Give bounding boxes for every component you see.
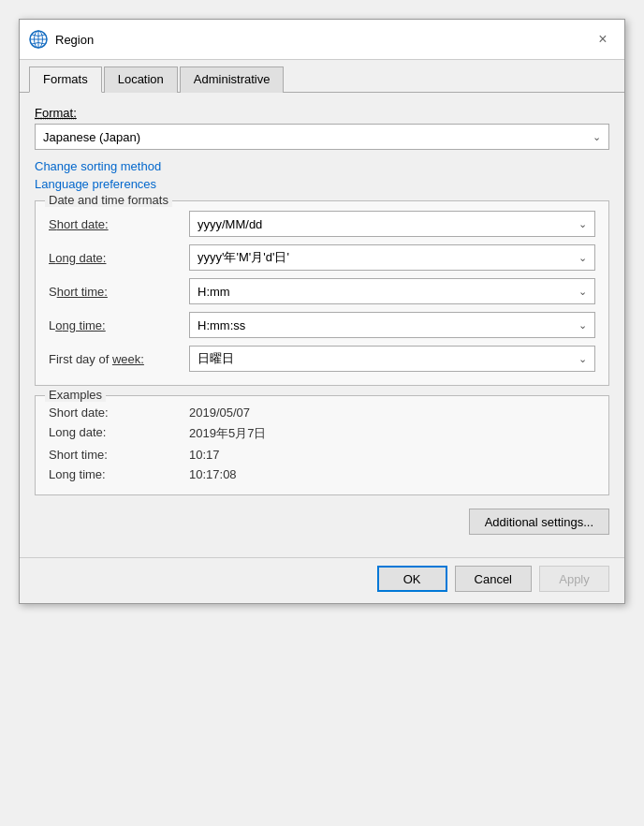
format-dropdown-arrow: ⌄ xyxy=(593,131,601,143)
short-date-underline: S xyxy=(49,217,57,231)
example-long-date-label: Long date: xyxy=(49,425,189,442)
change-sorting-link[interactable]: Change sorting method xyxy=(35,159,609,173)
long-time-value: H:mm:ss xyxy=(198,318,245,332)
first-day-arrow: ⌄ xyxy=(578,353,587,365)
additional-settings-row: Additional settings... xyxy=(35,509,609,548)
example-short-date-value: 2019/05/07 xyxy=(189,406,250,420)
example-short-time-row: Short time: 10:17 xyxy=(49,448,595,462)
short-time-arrow: ⌄ xyxy=(578,286,587,298)
short-time-row: Short time: H:mm ⌄ xyxy=(49,278,595,304)
long-time-label-text: ng time: xyxy=(62,318,105,332)
short-time-value: H:mm xyxy=(198,285,230,299)
date-time-formats-group: Date and time formats Short date: yyyy/M… xyxy=(35,200,609,386)
example-long-time-row: Long time: 10:17:08 xyxy=(49,467,595,481)
date-time-formats-title: Date and time formats xyxy=(45,193,172,207)
first-day-dropdown[interactable]: 日曜日 ⌄ xyxy=(189,346,595,372)
example-long-time-value: 10:17:08 xyxy=(189,467,237,481)
title-bar-left: Region xyxy=(29,30,94,49)
main-content: Format: Japanese (Japan) ⌄ Change sortin… xyxy=(20,93,624,557)
example-short-time-label: Short time: xyxy=(49,448,189,462)
format-selected-value: Japanese (Japan) xyxy=(43,130,140,144)
tab-location[interactable]: Location xyxy=(104,66,178,93)
example-long-date-row: Long date: 2019年5月7日 xyxy=(49,425,595,442)
short-time-underline: h xyxy=(57,285,64,299)
example-short-time-value: 10:17 xyxy=(189,448,220,462)
long-time-row: Long time: H:mm:ss ⌄ xyxy=(49,312,595,338)
examples-title: Examples xyxy=(45,388,106,402)
window-title: Region xyxy=(55,33,94,47)
short-date-value: yyyy/MM/dd xyxy=(198,217,262,231)
examples-group: Examples Short date: 2019/05/07 Long dat… xyxy=(35,395,609,495)
example-long-time-label: Long time: xyxy=(49,467,189,481)
title-bar: Region × xyxy=(20,20,624,60)
short-time-label: Short time: xyxy=(49,285,189,299)
additional-settings-button[interactable]: Additional settings... xyxy=(469,509,609,535)
short-date-label-text: hort date: xyxy=(57,217,109,231)
short-time-dropdown[interactable]: H:mm ⌄ xyxy=(189,278,595,304)
long-date-label: Long date: xyxy=(49,251,189,265)
ok-button[interactable]: OK xyxy=(377,566,447,592)
first-day-underline: w xyxy=(112,352,121,366)
short-date-dropdown[interactable]: yyyy/MM/dd ⌄ xyxy=(189,211,595,237)
first-day-value: 日曜日 xyxy=(198,350,234,367)
close-button[interactable]: × xyxy=(591,27,615,52)
format-label-text: ormat: xyxy=(42,106,77,120)
short-time-label-text: ort time: xyxy=(64,285,108,299)
bottom-buttons: OK Cancel Apply xyxy=(20,557,624,603)
short-date-row: Short date: yyyy/MM/dd ⌄ xyxy=(49,211,595,237)
region-dialog: Region × Formats Location Administrative… xyxy=(19,19,625,604)
long-date-label-text: ong date: xyxy=(55,251,106,265)
first-day-label-text: eek: xyxy=(121,352,144,366)
globe-icon xyxy=(29,30,48,49)
apply-button[interactable]: Apply xyxy=(539,566,609,592)
long-time-label: Long time: xyxy=(49,318,189,332)
language-preferences-link[interactable]: Language preferences xyxy=(35,177,609,191)
long-date-dropdown[interactable]: yyyy'年'M'月'd'日' ⌄ xyxy=(189,244,595,271)
short-date-arrow: ⌄ xyxy=(578,218,587,230)
format-dropdown-row: Japanese (Japan) ⌄ xyxy=(35,124,609,150)
long-time-dropdown[interactable]: H:mm:ss ⌄ xyxy=(189,312,595,338)
example-short-date-label: Short date: xyxy=(49,406,189,420)
cancel-button[interactable]: Cancel xyxy=(455,566,532,592)
first-day-label: First day of week: xyxy=(49,352,189,366)
tabs-bar: Formats Location Administrative xyxy=(20,60,624,93)
long-time-arrow: ⌄ xyxy=(578,319,587,332)
tab-administrative[interactable]: Administrative xyxy=(180,66,285,93)
format-dropdown[interactable]: Japanese (Japan) ⌄ xyxy=(35,124,609,150)
format-label: Format: xyxy=(35,106,609,120)
example-long-date-value: 2019年5月7日 xyxy=(189,425,266,442)
long-date-row: Long date: yyyy'年'M'月'd'日' ⌄ xyxy=(49,244,595,271)
tab-formats[interactable]: Formats xyxy=(29,66,102,93)
first-day-row: First day of week: 日曜日 ⌄ xyxy=(49,346,595,372)
example-short-date-row: Short date: 2019/05/07 xyxy=(49,406,595,420)
short-date-label: Short date: xyxy=(49,217,189,231)
long-date-value: yyyy'年'M'月'd'日' xyxy=(198,249,289,266)
format-label-underline: F xyxy=(35,106,42,120)
long-date-arrow: ⌄ xyxy=(578,252,587,264)
